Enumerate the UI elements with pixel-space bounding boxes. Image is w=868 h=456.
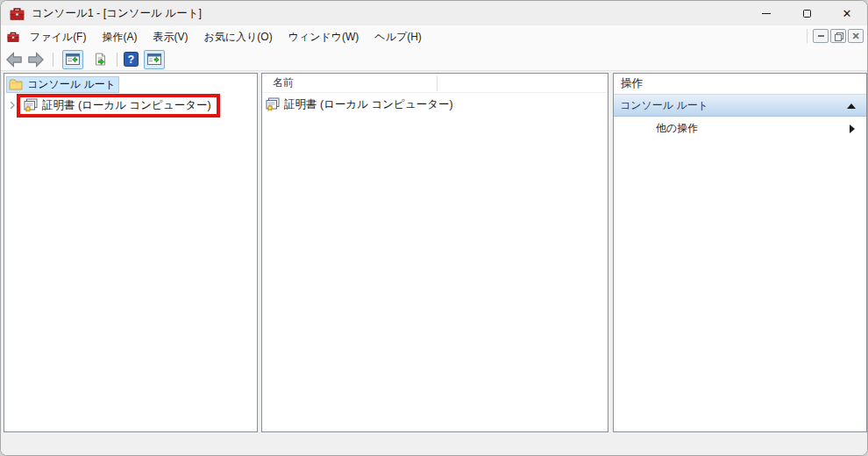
column-resize-handle[interactable] — [437, 76, 438, 91]
help-button[interactable]: ? — [122, 51, 139, 68]
tree-item-label: コンソール ルート — [27, 77, 116, 92]
export-list-icon — [93, 53, 107, 67]
menu-items: ファイル(F) 操作(A) 表示(V) お気に入り(O) ウィンドウ(W) ヘル… — [28, 27, 423, 47]
menu-bar: ファイル(F) 操作(A) 表示(V) お気に入り(O) ウィンドウ(W) ヘル… — [1, 25, 867, 48]
title-bar: コンソール1 - [コンソール ルート] ✕ — [1, 1, 867, 25]
menu-window[interactable]: ウィンドウ(W) — [287, 27, 361, 47]
child-minimize-icon — [818, 35, 824, 37]
mmc-window: コンソール1 - [コンソール ルート] ✕ ファイル(F) 操作(A) 表示(… — [0, 0, 868, 456]
actions-section-header[interactable]: コンソール ルート — [614, 95, 866, 117]
mmc-toolbox-icon — [10, 6, 25, 21]
menu-file[interactable]: ファイル(F) — [28, 27, 88, 47]
list-row-label: 証明書 (ローカル コンピューター) — [284, 97, 453, 112]
maximize-button[interactable] — [786, 1, 827, 25]
actions-pane-title: 操作 — [614, 74, 866, 95]
minimize-icon — [762, 13, 771, 14]
expand-right-icon[interactable] — [850, 125, 855, 133]
results-list-pane: 名前 証明書 (ローカル コンピューター) — [261, 73, 608, 432]
folder-icon — [9, 78, 23, 92]
tree-item-label: 証明書 (ローカル コンピューター) — [42, 98, 211, 113]
content-area: コンソール ルート 証明書 (ローカル コンピューター) 名前 証明書 (ローカ — [1, 71, 867, 434]
actions-section-label: コンソール ルート — [620, 98, 708, 113]
list-row-certificates[interactable]: 証明書 (ローカル コンピューター) — [262, 96, 453, 113]
export-list-button[interactable] — [91, 51, 109, 68]
tree-item-console-root[interactable]: コンソール ルート — [6, 76, 119, 93]
minimize-button[interactable] — [746, 1, 786, 25]
forward-button[interactable] — [27, 51, 45, 68]
console-tree-icon — [66, 53, 80, 67]
name-column-header[interactable]: 名前 — [273, 75, 294, 90]
child-window-buttons: ✕ — [807, 29, 864, 43]
window-title: コンソール1 - [コンソール ルート] — [32, 6, 202, 21]
status-bar — [1, 434, 867, 456]
console-window-icon — [7, 31, 19, 43]
collapse-icon[interactable] — [847, 103, 856, 109]
toolbar-separator — [53, 53, 53, 67]
svg-text:?: ? — [127, 53, 133, 66]
toolbar-separator-2 — [117, 53, 117, 67]
help-icon: ? — [124, 52, 139, 67]
child-close-icon: ✕ — [851, 32, 859, 41]
back-button[interactable] — [5, 51, 23, 68]
more-actions-label: 他の操作 — [656, 121, 698, 136]
toolbar: ? — [1, 48, 867, 71]
show-hide-console-tree-button[interactable] — [62, 50, 83, 69]
actions-title-label: 操作 — [621, 76, 643, 91]
actions-pane: 操作 コンソール ルート 他の操作 — [613, 73, 867, 432]
list-column-header[interactable]: 名前 — [262, 74, 608, 93]
annotation-red-box: 証明書 (ローカル コンピューター) — [17, 94, 220, 118]
child-restore-button[interactable] — [830, 29, 846, 43]
child-restore-icon — [835, 32, 842, 39]
action-pane-icon — [147, 53, 161, 67]
menu-favorites[interactable]: お気に入り(O) — [202, 27, 274, 47]
certificate-icon — [24, 98, 38, 112]
close-icon: ✕ — [843, 8, 852, 19]
menu-help[interactable]: ヘルプ(H) — [373, 27, 423, 47]
menu-action[interactable]: 操作(A) — [100, 27, 139, 47]
close-button[interactable]: ✕ — [827, 1, 867, 25]
more-actions-item[interactable]: 他の操作 — [614, 117, 866, 139]
certificate-icon — [266, 97, 280, 111]
maximize-icon — [803, 10, 811, 18]
show-hide-action-pane-button[interactable] — [144, 50, 165, 69]
tree-item-certificates[interactable]: 証明書 (ローカル コンピューター) — [4, 93, 220, 118]
menu-view[interactable]: 表示(V) — [151, 27, 189, 47]
window-caption-buttons: ✕ — [746, 1, 867, 25]
child-close-button[interactable]: ✕ — [848, 29, 864, 43]
child-minimize-button[interactable] — [813, 29, 829, 43]
console-tree-pane: コンソール ルート 証明書 (ローカル コンピューター) — [4, 73, 258, 432]
